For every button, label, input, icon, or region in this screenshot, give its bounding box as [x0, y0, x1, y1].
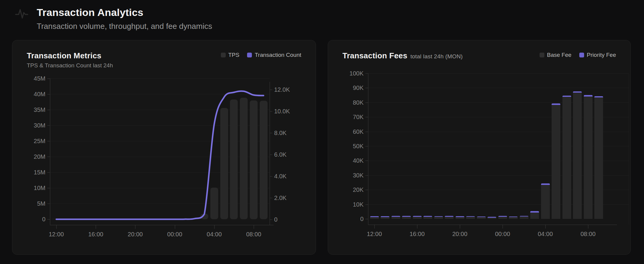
- bar-base-fee: [402, 217, 411, 219]
- y-axis-tick-label: 20K: [341, 186, 364, 193]
- bar-base-fee: [488, 218, 496, 219]
- y-axis-tick: [365, 88, 368, 88]
- bar-fees-stack: [530, 211, 539, 219]
- y-axis-tick: [365, 146, 368, 146]
- y-axis-line: [368, 73, 368, 225]
- bar-fees-stack: [445, 216, 454, 219]
- x-axis-tick: [56, 225, 57, 229]
- x-axis-tick: [96, 225, 96, 229]
- bar-base-fee: [541, 185, 550, 219]
- bar-base-fee: [477, 217, 486, 219]
- y-axis-tick: [365, 117, 368, 117]
- bar-fees-stack: [562, 96, 571, 219]
- bar-fees-stack: [466, 216, 475, 219]
- bar-fees-stack: [573, 91, 582, 219]
- y-axis-tick-label: 60K: [341, 128, 364, 135]
- y-axis-tick-label: 10K: [341, 201, 364, 208]
- bar-fees-stack: [381, 216, 389, 219]
- y-axis-tick-label: 100K: [341, 70, 364, 77]
- plot-right-edge-line: [629, 73, 629, 225]
- x-axis-tick: [545, 225, 546, 229]
- metrics-plot-area: 05M10M15M20M25M30M35M40M45M02.0K4.0K6.0K…: [12, 40, 316, 254]
- x-axis-tick: [503, 225, 503, 229]
- bar-base-fee: [445, 217, 454, 219]
- y-axis-tick-label: 0: [341, 216, 364, 223]
- y-axis-tick: [365, 132, 368, 132]
- y-axis-tick: [365, 175, 368, 176]
- x-axis-tick-label: 00:00: [495, 231, 510, 238]
- bar-fees-stack: [552, 103, 560, 219]
- transaction-metrics-card: Transaction Metrics TPS & Transaction Co…: [12, 40, 316, 255]
- bar-fees-stack: [488, 217, 496, 219]
- y-axis-tick-label: 30K: [341, 172, 364, 179]
- bar-base-fee: [584, 97, 593, 219]
- bar-base-fee: [392, 217, 400, 219]
- h-gridline: [368, 88, 629, 88]
- bar-fees-stack: [541, 183, 550, 219]
- x-axis-tick: [214, 225, 215, 229]
- x-axis-tick: [460, 225, 460, 229]
- x-axis-tick: [417, 225, 417, 229]
- bar-base-fee: [456, 217, 464, 219]
- bar-base-fee: [498, 217, 507, 219]
- y-axis-tick: [365, 204, 368, 205]
- x-axis-tick: [374, 225, 375, 229]
- bar-fees-stack: [498, 216, 507, 219]
- y-axis-tick-label: 80K: [341, 99, 364, 106]
- page-title: Transaction Analytics: [37, 7, 143, 18]
- x-axis-tick-label: 20:00: [452, 231, 467, 238]
- bar-base-fee: [562, 97, 571, 219]
- page-subtitle: Transaction volume, throughput, and fee …: [37, 22, 212, 31]
- bar-base-fee: [509, 217, 518, 219]
- x-axis-tick-label: 00:00: [167, 231, 182, 238]
- x-axis-tick-label: 08:00: [246, 231, 261, 238]
- y-axis-tick-label: 50K: [341, 143, 364, 150]
- bar-base-fee: [381, 217, 389, 219]
- transaction-fees-card: Transaction Feestotal last 24h (MON) Bas…: [328, 40, 631, 255]
- y-axis-tick-label: 40K: [341, 157, 364, 164]
- bar-base-fee: [370, 217, 379, 219]
- bar-fees-stack: [456, 216, 464, 219]
- x-axis-tick: [254, 225, 254, 229]
- fees-plot-area: 010K20K30K40K50K60K70K80K90K100K12:0016:…: [328, 40, 630, 254]
- bar-base-fee: [466, 217, 475, 219]
- bar-base-fee: [423, 217, 432, 219]
- bar-base-fee: [413, 217, 422, 219]
- y-axis-tick: [365, 161, 368, 161]
- x-axis-line: [50, 225, 274, 225]
- bar-base-fee: [520, 216, 528, 219]
- bar-fees-stack: [594, 96, 603, 219]
- x-axis-tick: [588, 225, 588, 229]
- bar-fees-stack: [392, 216, 400, 219]
- y-axis-tick-label: 90K: [341, 84, 364, 91]
- x-axis-tick-label: 20:00: [128, 231, 143, 238]
- bar-base-fee: [573, 93, 582, 219]
- bar-fees-stack: [413, 216, 422, 219]
- x-axis-tick-label: 04:00: [207, 231, 222, 238]
- y-axis-tick-label: 70K: [341, 114, 364, 121]
- y-axis-tick: [365, 103, 368, 103]
- bar-fees-stack: [520, 216, 528, 219]
- bar-fees-stack: [477, 216, 486, 219]
- bar-base-fee: [594, 97, 603, 219]
- x-axis-tick-label: 08:00: [581, 231, 596, 238]
- bar-base-fee: [552, 105, 560, 219]
- y-axis-tick: [365, 73, 368, 74]
- transaction-count-line: [12, 40, 316, 255]
- x-axis-tick-label: 12:00: [367, 231, 382, 238]
- x-axis-tick: [135, 225, 135, 229]
- bar-fees-stack: [423, 216, 432, 219]
- y-axis-tick: [365, 190, 368, 190]
- x-axis-tick: [175, 225, 175, 229]
- x-axis-tick-label: 16:00: [88, 231, 103, 238]
- x-axis-tick-label: 04:00: [538, 231, 553, 238]
- bar-fees-stack: [434, 216, 443, 219]
- bar-fees-stack: [509, 216, 518, 219]
- bar-base-fee: [434, 217, 443, 219]
- x-axis-line: [368, 225, 617, 225]
- y-axis-tick: [365, 219, 368, 219]
- bar-fees-stack: [370, 216, 379, 219]
- x-axis-tick-label: 12:00: [49, 231, 64, 238]
- bar-base-fee: [530, 213, 539, 219]
- h-gridline: [368, 73, 629, 74]
